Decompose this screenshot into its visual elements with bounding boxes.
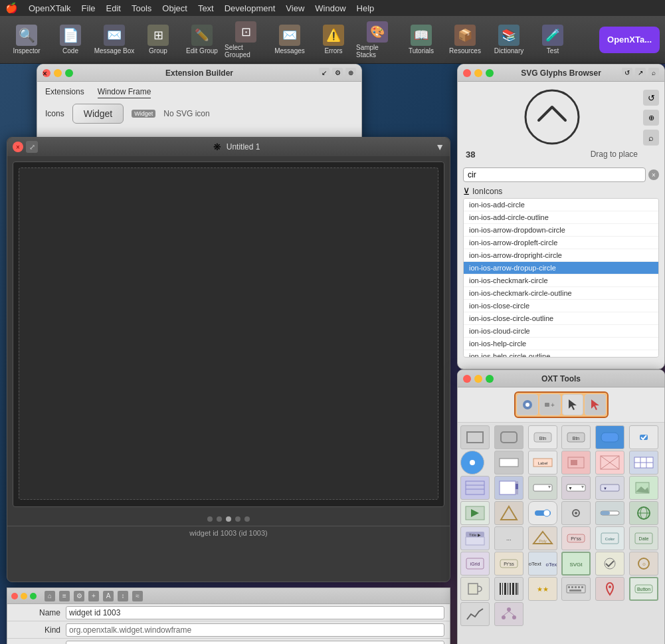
oxt-tool-keyboard[interactable] (561, 577, 591, 601)
insp-layers-icon[interactable]: ≡ (59, 591, 70, 601)
oxt-add-control-tool[interactable]: + (539, 394, 561, 415)
oxt-tool-table[interactable] (629, 451, 658, 475)
ext-builder-close-button[interactable]: × (43, 69, 50, 77)
oxt-tool-dropdown[interactable] (528, 476, 557, 500)
oxt-tool-press-2[interactable]: Pr'ss (494, 552, 523, 576)
svg-list-item-selected[interactable]: ion-ios-arrow-dropup-circle (464, 262, 658, 274)
oxt-tool-poly[interactable]: Poly (528, 526, 557, 550)
svg-list-item[interactable]: ion-ios-add-circle (464, 199, 658, 211)
stack-collapse-button[interactable]: ▼ (435, 142, 444, 152)
toolbar-resources[interactable]: 📦 Resources (444, 19, 486, 61)
menu-openxtalk[interactable]: OpenXTalk (29, 3, 71, 13)
menu-file[interactable]: File (82, 3, 96, 13)
menu-development[interactable]: Development (225, 3, 276, 13)
inspector-kind-input[interactable] (66, 623, 444, 637)
oxt-tool-radio[interactable] (460, 451, 484, 475)
menu-object[interactable]: Object (162, 3, 187, 13)
oxt-tool-tree[interactable] (494, 602, 523, 626)
svg-search-input[interactable] (463, 167, 646, 182)
oxt-tool-gear[interactable] (561, 501, 591, 525)
svg-list-item[interactable]: ion-ios-add-circle-outline (464, 211, 658, 224)
toolbar-code[interactable]: 📄 Code (49, 19, 92, 61)
oxt-tool-browser[interactable] (629, 501, 658, 525)
oxt-tool-check-2[interactable] (595, 552, 624, 576)
stack-canvas[interactable] (19, 167, 438, 500)
insp-text-icon[interactable]: A (103, 591, 114, 601)
oxt-tool-igrid[interactable]: iGrid (460, 552, 490, 576)
insp-close-btn[interactable] (11, 593, 18, 599)
oxt-tool-date[interactable]: Date (629, 526, 658, 550)
toolbar-errors[interactable]: ⚠️ Errors (312, 19, 355, 61)
svg-list-item[interactable]: ion-ios-arrow-dropright-circle (464, 249, 658, 262)
oxt-tool-press[interactable]: Pr'ss (561, 526, 591, 550)
svg-action-copy-icon[interactable]: ⊕ (643, 110, 659, 126)
svg-list-item[interactable]: ion-ios-close-circle-outline (464, 312, 658, 325)
svg-browser-maximize-button[interactable] (486, 69, 494, 77)
svg-list-item[interactable]: ion-ios-help-circle (464, 338, 658, 350)
svg-list-item[interactable]: ion-ios-checkmark-circle-outline (464, 287, 658, 300)
toolbar-group[interactable]: ⊞ Group (137, 19, 179, 61)
oxt-tool-toggle[interactable] (528, 501, 557, 525)
oxt-tool-scrolling-list[interactable] (494, 476, 523, 500)
stack-canvas-area[interactable] (13, 161, 444, 507)
oxt-tool-color[interactable]: Color (595, 526, 624, 550)
ext-builder-action-1[interactable]: ↙ (319, 68, 330, 78)
inspector-tooltip-input[interactable] (66, 641, 444, 645)
svg-action-search-icon[interactable]: ⌕ (643, 130, 659, 146)
oxt-tool-circle[interactable]: ⊙ (629, 552, 658, 576)
oxt-minimize-button[interactable] (474, 375, 482, 383)
svg-list-item[interactable]: ion-ios-close-circle (464, 300, 658, 312)
oxt-maximize-button[interactable] (486, 375, 494, 383)
ext-builder-minimize-button[interactable] (54, 69, 62, 77)
insp-more-icon[interactable]: ≈ (132, 591, 143, 601)
oxt-tool-more[interactable]: ... (494, 526, 523, 550)
oxt-pointer-tool[interactable] (562, 394, 583, 415)
oxt-tool-titlebar[interactable]: Title ▶ (460, 526, 490, 550)
svg-list-item[interactable]: ion-ios-arrow-dropdown-circle (464, 224, 658, 237)
oxt-tool-graph[interactable] (460, 602, 490, 626)
svg-browser-action-export[interactable]: ↗ (635, 68, 646, 78)
oxt-tool-button[interactable]: Btn (528, 425, 557, 449)
svg-search-clear-button[interactable]: × (648, 169, 659, 180)
toolbar-message-box[interactable]: ✉️ Message Box (93, 19, 136, 61)
oxt-tool-barcode[interactable] (494, 577, 523, 601)
oxt-close-button[interactable] (463, 375, 471, 383)
stack-expand-button[interactable]: ⤢ (26, 141, 38, 153)
insp-sort-icon[interactable]: ↕ (118, 591, 128, 601)
oxt-tool-field[interactable] (494, 451, 523, 475)
oxt-tool-player[interactable] (460, 501, 490, 525)
oxt-tool-label[interactable]: Label (528, 451, 557, 475)
menu-view[interactable]: View (286, 3, 304, 13)
oxt-tool-image-2[interactable] (629, 476, 658, 500)
oxt-tool-image[interactable] (595, 451, 624, 475)
svg-browser-minimize-button[interactable] (474, 69, 482, 77)
ext-builder-maximize-button[interactable] (65, 69, 73, 77)
svg-list-item[interactable]: ion-ios-arrow-dropleft-circle (464, 237, 658, 249)
inspector-name-input[interactable] (66, 606, 444, 619)
oxt-tool-combo[interactable]: ▼ (561, 476, 591, 500)
oxt-tool-graphic[interactable] (494, 501, 523, 525)
menu-help[interactable]: Help (357, 3, 375, 13)
oxt-browse-tool[interactable] (585, 394, 606, 415)
oxt-tool-pin[interactable] (595, 577, 624, 601)
toolbar-select-grouped[interactable]: ⊡ Select Grouped (225, 19, 267, 61)
oxt-tool-checkbox[interactable] (629, 425, 658, 449)
oxt-tool-rounded-rect[interactable] (494, 425, 523, 449)
svg-list-item[interactable]: ion-ios-checkmark-circle (464, 274, 658, 287)
insp-min-btn[interactable] (21, 593, 27, 599)
oxt-tool-stars[interactable]: ★★ (528, 577, 557, 601)
oxt-tool-mug[interactable] (460, 577, 490, 601)
insp-filter-icon[interactable]: ⚙ (74, 591, 84, 601)
ext-builder-action-2[interactable]: ⚙ (332, 68, 343, 78)
svg-browser-action-refresh[interactable]: ↺ (622, 68, 632, 78)
svg-list-item[interactable]: ion-ios-help-circle-outline (464, 350, 658, 358)
svg-glyphs-list[interactable]: ion-ios-add-circle ion-ios-add-circle-ou… (463, 198, 659, 358)
svg-filter-dropdown-icon[interactable]: ⊻ (463, 186, 470, 197)
toolbar-dictionary[interactable]: 📚 Dictionary (488, 19, 530, 61)
oxt-tool-button-2[interactable]: Btn (561, 425, 591, 449)
apple-menu[interactable]: 🍎 (5, 2, 18, 14)
insp-max-btn[interactable] (30, 593, 37, 599)
ext-tab-window-frame[interactable]: Window Frame (98, 87, 151, 98)
openxtalk-button[interactable]: OpenXTa... (599, 27, 660, 53)
menu-edit[interactable]: Edit (106, 3, 121, 13)
